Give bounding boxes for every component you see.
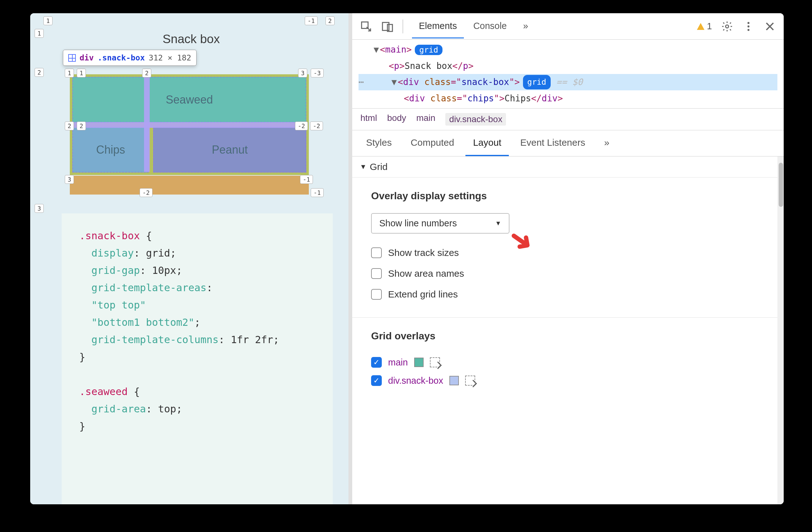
- layout-pane: ▼Grid Overlay display settings Show line…: [352, 156, 784, 504]
- section-title: Overlay display settings: [371, 190, 765, 202]
- page-title: Snack box: [40, 18, 342, 46]
- grid-line-label: 1: [34, 29, 44, 38]
- crumb-active[interactable]: div.snack-box: [445, 113, 506, 126]
- dom-row[interactable]: ▼<main>grid: [359, 42, 778, 58]
- svg-point-5: [748, 25, 750, 27]
- checkbox[interactable]: ✓: [371, 375, 382, 386]
- svg-point-4: [748, 22, 750, 24]
- grid-line-label: 2: [34, 68, 44, 77]
- tooltip-tag: div: [79, 53, 94, 62]
- crumb[interactable]: body: [387, 113, 406, 126]
- overlay-item-main: ✓ main: [371, 353, 765, 372]
- grid-line-label: 1: [65, 69, 74, 78]
- option-area-names[interactable]: Show area names: [371, 263, 765, 284]
- tab-elements[interactable]: Elements: [412, 14, 464, 38]
- device-icon[interactable]: [381, 20, 394, 33]
- tab-layout[interactable]: Layout: [465, 130, 509, 156]
- main-tabs: Elements Console »: [412, 14, 535, 38]
- dom-row-selected[interactable]: ⋯▼<div class="snack-box">grid== $0: [359, 74, 778, 90]
- scrollbar-thumb[interactable]: [779, 163, 783, 207]
- kebab-icon[interactable]: [742, 20, 755, 33]
- cell-peanut: Peanut: [153, 127, 306, 172]
- checkbox[interactable]: [371, 268, 382, 279]
- tab-more[interactable]: »: [516, 14, 535, 38]
- devtools-window: Snack box 1 -1 2 1 2 3 div.snack-box 312…: [30, 13, 784, 504]
- svg-point-6: [748, 29, 750, 30]
- color-swatch[interactable]: [414, 358, 424, 367]
- overlay-name[interactable]: div.snack-box: [388, 376, 443, 386]
- grid-gap-highlight: [73, 122, 306, 128]
- devtools-toolbar: Elements Console » 1: [352, 13, 784, 40]
- option-extend-lines[interactable]: Extend grid lines: [371, 284, 765, 305]
- grid-line-label: -2: [295, 122, 308, 130]
- scrollbar[interactable]: [778, 156, 784, 504]
- divider: [403, 19, 403, 33]
- tab-styles[interactable]: Styles: [359, 130, 400, 156]
- margin-highlight: [70, 176, 309, 195]
- tab-computed[interactable]: Computed: [403, 130, 462, 156]
- overlay-item-snackbox: ✓ div.snack-box: [371, 372, 765, 390]
- grid-line-label: -1: [305, 16, 318, 25]
- grid-line-label: -3: [311, 69, 323, 78]
- grid-line-label: -2: [310, 122, 323, 130]
- page-viewport: Snack box 1 -1 2 1 2 3 div.snack-box 312…: [30, 13, 352, 504]
- line-numbers-select[interactable]: Show line numbers ▼: [371, 213, 509, 234]
- grid-icon: [68, 54, 76, 62]
- css-code-block: .snack-box { display: grid; grid-gap: 10…: [62, 213, 333, 504]
- element-picker-icon[interactable]: [465, 376, 475, 386]
- gear-icon[interactable]: [721, 20, 734, 33]
- grid-line-label: 2: [77, 122, 86, 130]
- grid-line-label: 3: [34, 204, 44, 213]
- warnings-badge[interactable]: 1: [697, 21, 712, 31]
- svg-rect-1: [382, 22, 389, 30]
- section-title: Grid overlays: [371, 330, 765, 342]
- grid-line-label: 1: [77, 69, 86, 78]
- checkbox[interactable]: [371, 289, 382, 300]
- overlay-name[interactable]: main: [388, 357, 408, 368]
- grid-line-label: -1: [311, 188, 323, 197]
- option-track-sizes[interactable]: Show track sizes: [371, 242, 765, 263]
- devtools-panel: Elements Console » 1 ▼<main>grid <p>Snac…: [352, 13, 784, 504]
- tab-console[interactable]: Console: [466, 14, 513, 38]
- dom-tree[interactable]: ▼<main>grid <p>Snack box</p> ⋯▼<div clas…: [352, 40, 784, 109]
- page-frame: Snack box 1 -1 2 1 2 3 div.snack-box 312…: [40, 18, 342, 504]
- chevron-down-icon: ▼: [495, 220, 501, 227]
- element-picker-icon[interactable]: [430, 357, 440, 367]
- dom-row[interactable]: <div class="chips">Chips</div>: [359, 90, 778, 107]
- grid-line-label: 1: [43, 16, 53, 25]
- grid-line-label: 2: [142, 69, 151, 78]
- cell-seaweed: Seaweed: [72, 77, 306, 123]
- grid-line-label: -1: [300, 175, 313, 184]
- section-grid-header[interactable]: ▼Grid: [352, 156, 784, 178]
- warning-count: 1: [707, 21, 712, 31]
- checkbox[interactable]: [371, 248, 382, 258]
- breadcrumb: html body main div.snack-box: [352, 109, 784, 130]
- crumb[interactable]: html: [360, 113, 377, 126]
- crumb[interactable]: main: [416, 113, 436, 126]
- color-swatch[interactable]: [449, 376, 459, 385]
- grid-overlays-section: Grid overlays ✓ main ✓ div.snack-box ➜: [352, 318, 784, 402]
- grid-badge[interactable]: grid: [523, 75, 551, 90]
- sidebar-tabs: Styles Computed Layout Event Listeners »: [352, 130, 784, 156]
- cell-chips: Chips: [72, 127, 149, 172]
- close-icon[interactable]: [764, 20, 776, 33]
- grid-line-label: 3: [65, 175, 74, 184]
- grid-badge[interactable]: grid: [415, 45, 443, 55]
- inspect-icon[interactable]: [360, 20, 372, 33]
- tab-more[interactable]: »: [597, 130, 617, 156]
- grid-line-label: 3: [298, 69, 307, 78]
- overlay-display-settings: Overlay display settings Show line numbe…: [352, 178, 784, 318]
- grid-line-label: -2: [140, 188, 153, 197]
- warning-icon: [697, 23, 705, 30]
- tab-listeners[interactable]: Event Listeners: [512, 130, 593, 156]
- svg-point-3: [726, 25, 729, 28]
- tooltip-dims: 312 × 182: [149, 53, 191, 62]
- tooltip-class: .snack-box: [98, 53, 145, 62]
- element-tooltip: div.snack-box 312 × 182: [63, 50, 197, 66]
- grid-line-label: 2: [325, 16, 335, 25]
- checkbox[interactable]: ✓: [371, 357, 382, 368]
- grid-line-label: 2: [65, 122, 74, 130]
- dom-row[interactable]: <p>Snack box</p>: [359, 58, 778, 74]
